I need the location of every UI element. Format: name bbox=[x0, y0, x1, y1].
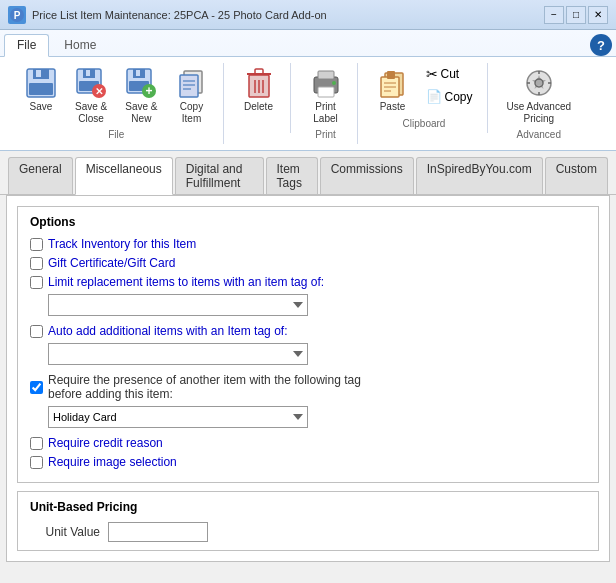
close-button[interactable]: ✕ bbox=[588, 6, 608, 24]
limit-replacement-label: Limit replacement items to items with an… bbox=[48, 275, 324, 289]
require-image-checkbox[interactable] bbox=[30, 456, 43, 469]
require-presence-dropdown-row: Holiday Card bbox=[48, 406, 586, 428]
svg-rect-19 bbox=[180, 75, 198, 97]
print-label-button[interactable]: PrintLabel bbox=[303, 63, 349, 129]
ribbon-group-print: PrintLabel Print bbox=[295, 63, 358, 144]
auto-add-dropdown[interactable] bbox=[48, 343, 308, 365]
maximize-button[interactable]: □ bbox=[566, 6, 586, 24]
svg-text:+: + bbox=[146, 84, 153, 98]
auto-add-dropdown-row bbox=[48, 343, 586, 365]
save-new-button[interactable]: + Save &New bbox=[118, 63, 164, 129]
require-credit-checkbox[interactable] bbox=[30, 437, 43, 450]
limit-replacement-dropdown[interactable] bbox=[48, 294, 308, 316]
file-group-label: File bbox=[18, 129, 215, 140]
svg-rect-30 bbox=[318, 71, 334, 79]
unit-value-input[interactable] bbox=[108, 522, 208, 542]
require-presence-row: Require the presence of another item wit… bbox=[30, 373, 586, 401]
paste-icon bbox=[377, 67, 409, 99]
copy-item-label: CopyItem bbox=[180, 101, 203, 125]
limit-replacement-row: Limit replacement items to items with an… bbox=[30, 275, 586, 289]
require-presence-dropdown[interactable]: Holiday Card bbox=[48, 406, 308, 428]
gift-certificate-label: Gift Certificate/Gift Card bbox=[48, 256, 175, 270]
svg-rect-5 bbox=[29, 83, 53, 95]
copy-item-icon bbox=[176, 67, 208, 99]
print-group-label: Print bbox=[303, 129, 349, 140]
title-bar: P Price List Item Maintenance: 25PCA - 2… bbox=[0, 0, 616, 30]
unit-pricing-title: Unit-Based Pricing bbox=[30, 500, 586, 514]
svg-rect-31 bbox=[318, 87, 334, 97]
content-tabs-bar: General Miscellaneous Digital and Fulfil… bbox=[0, 151, 616, 195]
require-image-label: Require image selection bbox=[48, 455, 177, 469]
cut-label: Cut bbox=[441, 67, 460, 81]
save-button[interactable]: Save bbox=[18, 63, 64, 117]
use-advanced-pricing-button[interactable]: Use AdvancedPricing bbox=[500, 63, 579, 129]
copy-icon: 📄 bbox=[426, 89, 442, 104]
use-advanced-pricing-label: Use AdvancedPricing bbox=[507, 101, 572, 125]
svg-rect-25 bbox=[255, 69, 263, 74]
window-title: Price List Item Maintenance: 25PCA - 25 … bbox=[32, 9, 327, 21]
delete-group-buttons: Delete bbox=[236, 63, 282, 129]
track-inventory-checkbox[interactable] bbox=[30, 238, 43, 251]
require-presence-label: Require the presence of another item wit… bbox=[48, 373, 361, 401]
ribbon-tabs: File Home ? bbox=[0, 30, 616, 56]
save-new-icon: + bbox=[125, 67, 157, 99]
ribbon-group-advanced: Use AdvancedPricing Advanced bbox=[492, 63, 587, 144]
clipboard-group-label: Clipboard bbox=[370, 118, 479, 129]
paste-label: Paste bbox=[380, 101, 406, 113]
cut-button[interactable]: ✂ Cut bbox=[420, 63, 479, 85]
main-panel: Options Track Inventory for this Item Gi… bbox=[6, 195, 610, 562]
help-button[interactable]: ? bbox=[590, 34, 612, 56]
tab-custom[interactable]: Custom bbox=[545, 157, 608, 194]
tab-miscellaneous[interactable]: Miscellaneous bbox=[75, 157, 173, 195]
svg-rect-35 bbox=[387, 71, 395, 79]
print-icon bbox=[310, 67, 342, 99]
options-section: Options Track Inventory for this Item Gi… bbox=[17, 206, 599, 483]
save-icon bbox=[25, 67, 57, 99]
svg-text:✕: ✕ bbox=[95, 86, 103, 97]
tab-digital-fulfillment[interactable]: Digital and Fulfillment bbox=[175, 157, 264, 194]
ribbon-tab-home[interactable]: Home bbox=[51, 34, 109, 56]
ribbon: File Home ? Save bbox=[0, 30, 616, 151]
require-credit-row: Require credit reason bbox=[30, 436, 586, 450]
copy-label: Copy bbox=[445, 90, 473, 104]
svg-point-32 bbox=[332, 81, 336, 85]
cut-copy-group: ✂ Cut 📄 Copy bbox=[420, 63, 479, 107]
ribbon-tab-file[interactable]: File bbox=[4, 34, 49, 57]
cut-icon: ✂ bbox=[426, 66, 438, 82]
tab-commissions[interactable]: Commissions bbox=[320, 157, 414, 194]
unit-pricing-section: Unit-Based Pricing Unit Value bbox=[17, 491, 599, 551]
svg-rect-8 bbox=[86, 70, 90, 76]
limit-replacement-checkbox[interactable] bbox=[30, 276, 43, 289]
require-presence-checkbox[interactable] bbox=[30, 381, 43, 394]
gift-certificate-checkbox[interactable] bbox=[30, 257, 43, 270]
svg-rect-14 bbox=[136, 70, 140, 76]
delete-button[interactable]: Delete bbox=[236, 63, 282, 117]
delete-icon bbox=[243, 67, 275, 99]
advanced-pricing-icon bbox=[523, 67, 555, 99]
save-new-label: Save &New bbox=[125, 101, 157, 125]
tab-general[interactable]: General bbox=[8, 157, 73, 194]
paste-button[interactable]: Paste bbox=[370, 63, 416, 117]
advanced-group-buttons: Use AdvancedPricing bbox=[500, 63, 579, 129]
ribbon-group-delete: Delete bbox=[228, 63, 291, 133]
ribbon-group-file: Save ✕ Save &Close bbox=[10, 63, 224, 144]
svg-rect-4 bbox=[36, 70, 41, 77]
copy-button[interactable]: 📄 Copy bbox=[420, 86, 479, 107]
minimize-button[interactable]: − bbox=[544, 6, 564, 24]
ribbon-content: Save ✕ Save &Close bbox=[0, 56, 616, 150]
file-group-buttons: Save ✕ Save &Close bbox=[18, 63, 215, 129]
auto-add-label: Auto add additional items with an Item t… bbox=[48, 324, 287, 338]
save-close-icon: ✕ bbox=[75, 67, 107, 99]
print-label-label: PrintLabel bbox=[313, 101, 337, 125]
track-inventory-row: Track Inventory for this Item bbox=[30, 237, 586, 251]
gift-certificate-row: Gift Certificate/Gift Card bbox=[30, 256, 586, 270]
window-controls: − □ ✕ bbox=[544, 6, 608, 24]
app-icon: P bbox=[8, 6, 26, 24]
tab-inspiredbyyou[interactable]: InSpiredByYou.com bbox=[416, 157, 543, 194]
save-close-button[interactable]: ✕ Save &Close bbox=[68, 63, 114, 129]
tab-item-tags[interactable]: Item Tags bbox=[266, 157, 318, 194]
save-label: Save bbox=[30, 101, 53, 113]
delete-label: Delete bbox=[244, 101, 273, 113]
auto-add-checkbox[interactable] bbox=[30, 325, 43, 338]
copy-item-button[interactable]: CopyItem bbox=[169, 63, 215, 129]
